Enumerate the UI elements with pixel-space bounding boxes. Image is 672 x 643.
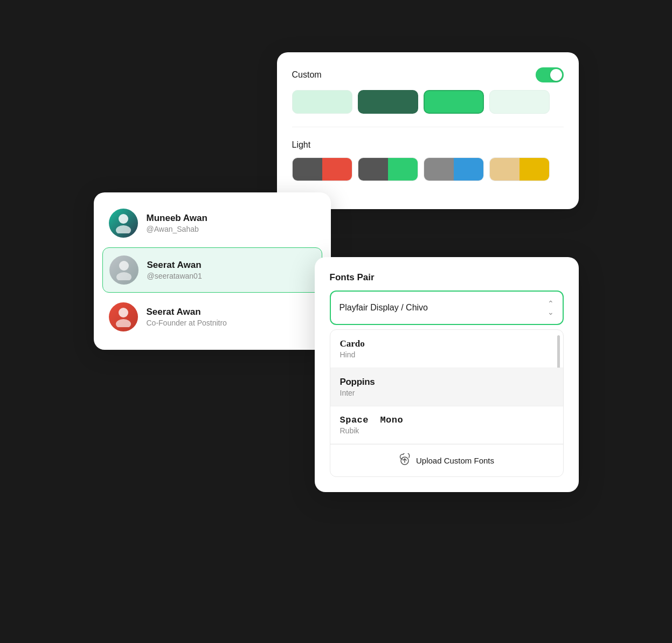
user-item-seerat1[interactable]: Seerat Awan @seeratawan01	[102, 247, 322, 293]
light-label: Light	[292, 140, 311, 150]
light-section-header: Light	[292, 140, 564, 150]
custom-section-header: Custom	[292, 67, 564, 82]
light-swatch-2[interactable]	[358, 157, 418, 181]
custom-swatch-4[interactable]	[489, 90, 550, 114]
custom-swatch-3[interactable]	[424, 90, 484, 114]
font-secondary-space-mono: Rubik	[340, 426, 553, 435]
light-swatch-4[interactable]	[489, 157, 550, 181]
font-primary-space-mono: Space Mono	[340, 415, 553, 425]
svg-point-2	[119, 261, 129, 271]
avatar-seerat1	[109, 255, 138, 285]
fonts-select-value: Playfair Display / Chivo	[340, 303, 428, 313]
upload-svg-icon	[399, 453, 411, 465]
custom-swatches	[292, 90, 564, 114]
user-handle-seerat2: Co-Founder at Postnitro	[147, 319, 316, 327]
custom-swatch-1[interactable]	[292, 90, 352, 114]
user-handle-seerat1: @seeratawan01	[147, 272, 315, 280]
custom-section: Custom	[292, 67, 564, 114]
svg-point-1	[116, 225, 131, 233]
chevron-updown-icon: ⌃⌄	[548, 299, 554, 316]
custom-label: Custom	[292, 70, 322, 80]
swatch-half	[490, 158, 519, 181]
light-swatch-1[interactable]	[292, 157, 352, 181]
person-icon	[115, 260, 133, 280]
user-handle-muneeb: @Awan_Sahab	[147, 225, 316, 233]
user-info-seerat2: Seerat Awan Co-Founder at Postnitro	[147, 307, 316, 327]
avatar-muneeb	[109, 209, 138, 238]
divider	[292, 127, 564, 127]
font-option-poppins[interactable]: Poppins Inter	[330, 368, 563, 406]
light-swatches	[292, 157, 564, 181]
svg-point-5	[116, 319, 131, 327]
swatch-half	[454, 158, 483, 181]
fonts-select-box[interactable]: Playfair Display / Chivo ⌃⌄	[330, 291, 564, 325]
person-icon	[115, 307, 132, 327]
avatar-seerat2	[109, 302, 138, 331]
font-secondary-cardo: Hind	[340, 350, 553, 359]
upload-custom-fonts-button[interactable]: Upload Custom Fonts	[330, 444, 563, 476]
light-section: Light	[292, 140, 564, 181]
swatch-half	[519, 158, 549, 181]
font-secondary-poppins: Inter	[340, 389, 553, 397]
swatch-half	[293, 158, 322, 181]
person-icon	[115, 213, 132, 233]
custom-swatch-2[interactable]	[358, 90, 418, 114]
swatch-half	[388, 158, 418, 181]
svg-point-4	[119, 308, 128, 317]
font-option-cardo[interactable]: Cardo Hind	[330, 330, 563, 368]
user-item-seerat2[interactable]: Seerat Awan Co-Founder at Postnitro	[102, 295, 322, 339]
user-card: Muneeb Awan @Awan_Sahab Seerat Awan @see…	[94, 192, 331, 350]
user-name-seerat1: Seerat Awan	[147, 260, 315, 271]
swatch-half	[424, 158, 454, 181]
swatch-half	[358, 158, 388, 181]
fonts-dropdown: Cardo Hind Poppins Inter Space Mono Rubi…	[330, 329, 564, 477]
font-primary-cardo: Cardo	[340, 338, 553, 349]
upload-label: Upload Custom Fonts	[416, 456, 494, 465]
user-info-seerat1: Seerat Awan @seeratawan01	[147, 260, 315, 280]
user-info-muneeb: Muneeb Awan @Awan_Sahab	[147, 213, 316, 233]
user-item-muneeb[interactable]: Muneeb Awan @Awan_Sahab	[102, 201, 322, 245]
svg-point-3	[116, 272, 131, 280]
user-name-muneeb: Muneeb Awan	[147, 213, 316, 224]
font-primary-poppins: Poppins	[340, 377, 553, 388]
fonts-card: Fonts Pair Playfair Display / Chivo ⌃⌄ C…	[315, 257, 579, 492]
theme-card: Custom Light	[277, 52, 579, 209]
upload-icon	[399, 453, 411, 468]
fonts-pair-label: Fonts Pair	[330, 272, 564, 283]
swatch-half	[322, 158, 352, 181]
custom-toggle[interactable]	[536, 67, 564, 82]
font-option-space-mono[interactable]: Space Mono Rubik	[330, 406, 563, 444]
svg-point-0	[119, 214, 128, 224]
user-name-seerat2: Seerat Awan	[147, 307, 316, 317]
light-swatch-3[interactable]	[424, 157, 484, 181]
